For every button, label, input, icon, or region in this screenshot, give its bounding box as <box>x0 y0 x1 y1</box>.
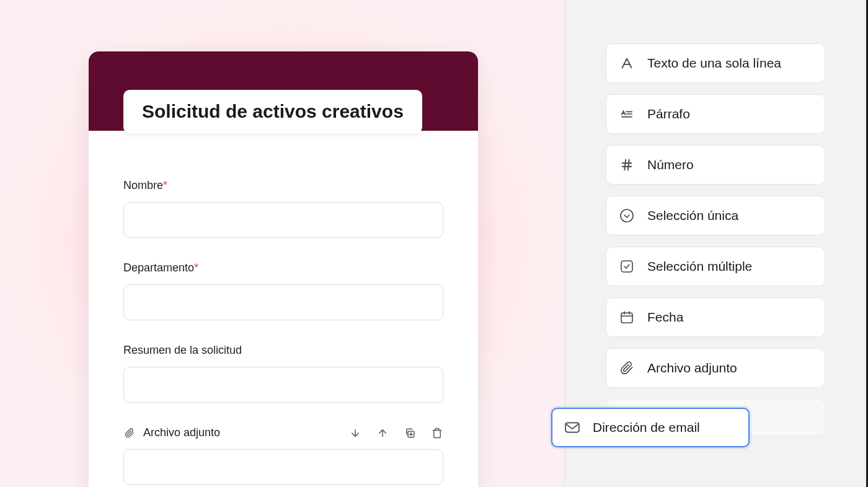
field-label: Resumen de la solicitud <box>123 344 443 357</box>
email-icon <box>564 419 580 436</box>
attachment-label: Archivo adjunto <box>143 426 220 439</box>
field-type-label: Selección múltiple <box>647 259 752 274</box>
form-title-box[interactable]: Solicitud de activos creativos <box>123 90 422 133</box>
arrow-up-icon[interactable] <box>376 427 389 439</box>
number-icon <box>619 157 635 173</box>
field-type-label: Fecha <box>647 310 683 325</box>
form-preview-panel: Solicitud de activos creativos Nombre* D… <box>0 0 564 487</box>
field-type-label: Párrafo <box>647 107 690 121</box>
svg-rect-20 <box>565 423 579 432</box>
form-field-resumen[interactable]: Resumen de la solicitud <box>123 344 443 403</box>
field-type-paragraph[interactable]: Párrafo <box>606 94 825 134</box>
field-type-number[interactable]: Número <box>606 145 825 185</box>
field-label: Nombre* <box>123 179 443 192</box>
field-type-attachment[interactable]: Archivo adjunto <box>606 348 825 388</box>
departamento-input[interactable] <box>123 284 443 320</box>
field-type-label: Texto de una sola línea <box>647 56 781 71</box>
trash-icon[interactable] <box>431 427 443 439</box>
attachment-input[interactable] <box>123 449 443 485</box>
field-type-label: Archivo adjunto <box>647 361 737 375</box>
form-field-nombre[interactable]: Nombre* <box>123 179 443 238</box>
required-indicator: * <box>163 179 167 191</box>
attachment-icon <box>123 427 136 439</box>
svg-line-13 <box>628 160 629 170</box>
field-type-date[interactable]: Fecha <box>606 297 825 337</box>
field-types-panel: Texto de una sola línea Párrafo Número S… <box>564 0 868 487</box>
field-type-label: Dirección de email <box>593 420 700 435</box>
form-card: Solicitud de activos creativos Nombre* D… <box>89 51 478 487</box>
paragraph-icon <box>619 106 635 122</box>
form-field-attachment[interactable]: Archivo adjunto <box>123 426 443 485</box>
field-type-multi-select[interactable]: Selección múltiple <box>606 247 825 286</box>
duplicate-icon[interactable] <box>404 427 416 439</box>
multi-select-icon <box>619 258 635 274</box>
field-type-email[interactable]: Dirección de email <box>551 408 750 447</box>
svg-rect-15 <box>621 261 632 272</box>
svg-point-14 <box>621 209 633 222</box>
field-type-single-select[interactable]: Selección única <box>606 196 825 235</box>
nombre-input[interactable] <box>123 202 443 238</box>
required-indicator: * <box>194 261 198 274</box>
svg-rect-16 <box>621 313 632 323</box>
arrow-down-icon[interactable] <box>349 427 361 439</box>
form-header: Solicitud de activos creativos <box>89 51 478 131</box>
date-icon <box>619 309 635 325</box>
field-type-label: Selección única <box>647 208 738 223</box>
svg-line-12 <box>624 160 626 170</box>
field-label: Departamento* <box>123 261 443 274</box>
attachment-icon <box>619 360 635 376</box>
form-field-departamento[interactable]: Departamento* <box>123 261 443 320</box>
resumen-input[interactable] <box>123 367 443 403</box>
form-body: Nombre* Departamento* Resumen de la soli… <box>89 131 478 487</box>
form-title: Solicitud de activos creativos <box>142 101 404 122</box>
field-type-label: Número <box>647 157 694 172</box>
single-select-icon <box>619 208 635 224</box>
text-icon <box>619 55 635 71</box>
field-type-single-line-text[interactable]: Texto de una sola línea <box>606 43 825 83</box>
